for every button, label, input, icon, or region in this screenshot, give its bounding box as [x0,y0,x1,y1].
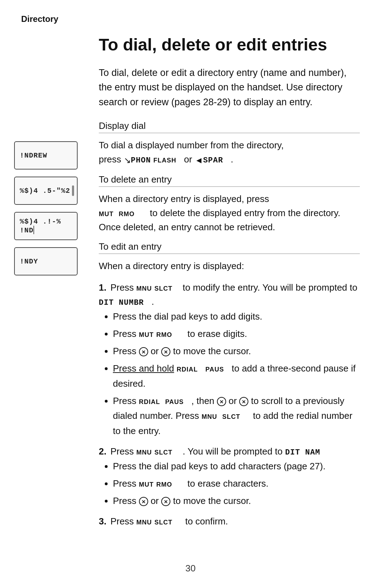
spar-label: SPAR [203,156,223,165]
section-body-edit-intro: When a directory entry is displayed: [99,259,360,273]
intro-paragraph: To dial, delete or edit a directory entr… [99,66,360,110]
bullet-1-4: Press and hold RDIAL PAUS to add a three… [113,361,360,391]
slct-1: SLCT [155,285,173,292]
left-cursor-2 [217,397,226,406]
mnu-1: MNU [137,285,152,292]
speaker-icon: ◄ [195,154,203,167]
rmo-label-delete: RMO [119,210,134,218]
step-2: 2. Press MNU SLCT . You will be prompted… [99,444,360,509]
step-1-num: 1. [99,282,107,293]
mut-2-2: MUT [139,481,154,488]
bullet-1-5: Press RDIAL PAUS , then or to scroll to … [113,393,360,439]
panel-name-edit: %$)4 .!-%!ND▏ [14,212,78,240]
panel-andy-name: !NDY [20,257,72,266]
panel-name-edit-text: %$)4 .!-%!ND▏ [20,218,72,234]
mnu-2: MNU [137,449,152,456]
section-header-edit: To edit an entry [99,241,360,254]
step-2-num: 2. [99,446,107,457]
section-header-display-dial: Display dial [99,120,360,133]
panel-number-name: %$)4 .5-"%2 [20,187,72,195]
bullet-1-1: Press the dial pad keys to add digits. [113,309,360,324]
mut-1-2: MUT [139,331,154,338]
bullet-2-2: Press MUT RMO to erase characters. [113,476,360,491]
left-cursor-1 [139,347,148,356]
right-cursor-3 [161,497,170,506]
panel-number: %$)4 .5-"%2 [14,177,78,205]
page: Directory !NDREW %$)4 .5-"%2 %$)4 .!-%!N… [0,0,381,588]
panel-andrew-name: !NDREW [20,152,72,160]
slct-1-5: SLCT [222,413,240,420]
mut-label-delete: MUT [99,210,114,218]
main-content: To dial, delete or edit entries To dial,… [99,35,360,528]
page-title: To dial, delete or edit entries [99,35,360,55]
mnu-1-5: MNU [201,413,217,420]
right-cursor-1 [161,347,170,356]
paus-1: PAUS [205,366,224,373]
bullet-2-1: Press the dial pad keys to add character… [113,459,360,474]
page-number: 30 [186,563,196,574]
step-3-num: 3. [99,516,107,527]
phon-label: PHON [131,156,151,165]
phone-icon: ↘ [124,154,131,167]
section-header-delete: To delete an entry [99,174,360,187]
section-body-delete: When a directory entry is displayed, pre… [99,192,360,234]
directory-label: Directory [21,14,360,24]
panel-scroll-bar [72,185,74,196]
dit-numbr: DIT NUMBR [99,298,144,307]
step-1: 1. Press MNU SLCT to modify the entry. Y… [99,280,360,439]
step-1-bullets: Press the dial pad keys to add digits. P… [113,309,360,439]
rdial-1: RDIAL [177,366,198,373]
bullet-2-3: Press or to move the cursor. [113,493,360,509]
rmo-1-2: RMO [156,331,172,338]
bullet-1-2: Press MUT RMO to erase digits. [113,326,360,341]
rdial-2: RDIAL [139,398,160,405]
step-2-bullets: Press the dial pad keys to add character… [113,459,360,509]
step-3: 3. Press MNU SLCT to confirm. [99,514,360,528]
paus-2: PAUS [165,398,184,405]
right-cursor-2 [239,397,248,406]
section-body-display-dial: To dial a displayed number from the dire… [99,138,360,167]
panel-andrew: !NDREW [14,141,78,170]
dit-nam: DIT NAM [285,448,320,457]
rmo-2-2: RMO [156,481,172,488]
bullet-1-3: Press or to move the cursor. [113,344,360,359]
panel-andy: !NDY [14,247,78,275]
press-hold-label: Press and hold [113,363,174,374]
left-panels: !NDREW %$)4 .5-"%2 %$)4 .!-%!ND▏ !NDY [14,141,78,283]
slct-2: SLCT [155,449,173,456]
edit-steps-list: 1. Press MNU SLCT to modify the entry. Y… [99,280,360,529]
slct-3: SLCT [155,519,173,526]
flash-label: FLASH [153,157,176,164]
mnu-3: MNU [137,519,152,526]
left-cursor-3 [139,497,148,506]
